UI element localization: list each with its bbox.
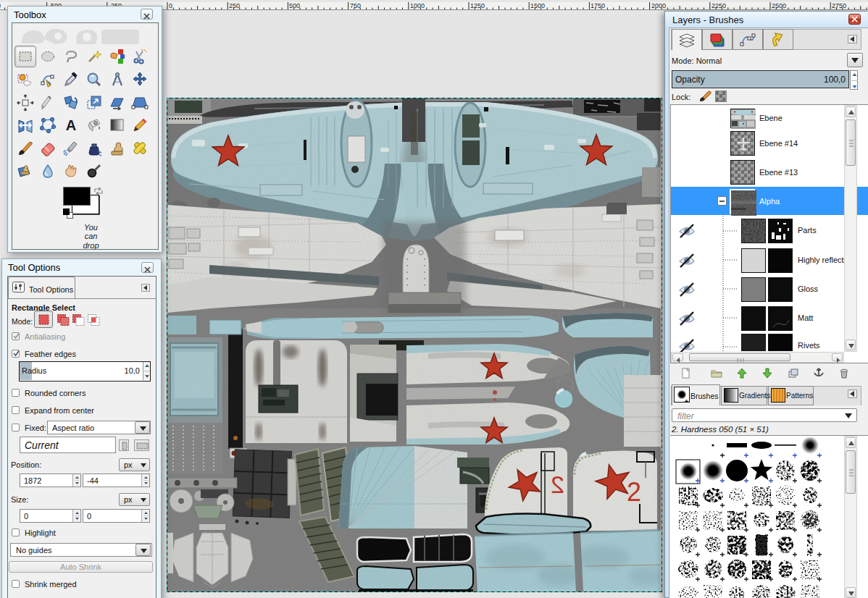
svg-text:1500: 1500 <box>530 2 545 9</box>
svg-text:-750: -750 <box>0 2 1 9</box>
svg-text:2250: 2250 <box>711 2 726 9</box>
svg-text:2000: 2000 <box>651 2 666 9</box>
svg-text:500: 500 <box>289 2 300 9</box>
svg-text:2750: 2750 <box>832 2 846 9</box>
svg-text:1250: 1250 <box>470 2 485 9</box>
svg-text:0: 0 <box>169 2 172 9</box>
svg-text:1750: 1750 <box>591 2 605 9</box>
svg-text:750: 750 <box>350 2 361 9</box>
svg-text:2500: 2500 <box>772 2 786 9</box>
svg-text:1000: 1000 <box>410 2 425 9</box>
svg-text:250: 250 <box>229 2 240 9</box>
svg-text:A: A <box>66 117 76 133</box>
